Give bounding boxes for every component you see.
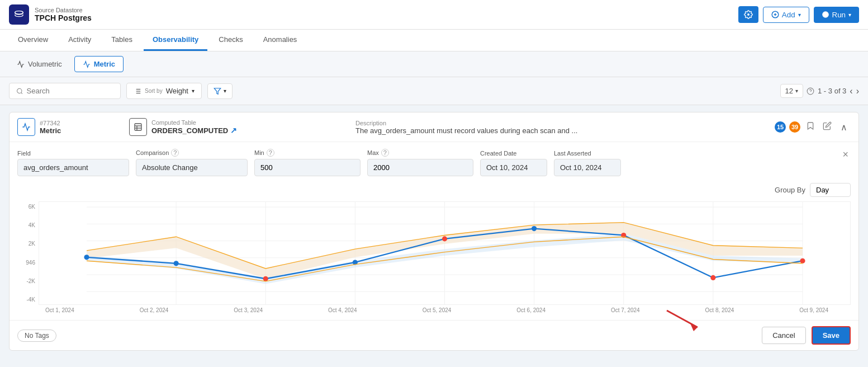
card-description: Description The avg_orders_amount must r… (355, 120, 775, 135)
run-chevron-icon: ▾ (848, 12, 851, 18)
field-label: Field (17, 150, 129, 157)
field-group: Field avg_orders_amount (17, 150, 129, 176)
tab-tables[interactable]: Tables (102, 30, 141, 51)
filter-icon (214, 87, 221, 95)
add-button[interactable]: Add ▾ (763, 7, 809, 23)
svg-point-39 (263, 276, 268, 281)
description-label: Description (355, 120, 775, 126)
max-label: Max ? (367, 149, 473, 157)
next-page-button[interactable]: › (856, 86, 859, 96)
subtab-metric[interactable]: Metric (74, 56, 124, 72)
computed-table-info: Computed Table ORDERS_COMPUTED ↗ (151, 119, 237, 135)
created-date-value: Oct 10, 2024 (480, 159, 547, 176)
search-box[interactable] (9, 83, 121, 99)
card-footer: No Tags Cancel Save (10, 320, 858, 350)
created-date-label: Created Date (480, 150, 547, 157)
tab-overview[interactable]: Overview (9, 30, 57, 51)
help-circle-icon (807, 87, 814, 95)
svg-marker-14 (214, 88, 221, 94)
sort-value: Weight (166, 87, 188, 95)
add-button-label: Add (782, 11, 795, 19)
nav-tabs: Overview Activity Tables Observability C… (0, 30, 868, 51)
computed-table-label: Computed Table (151, 119, 237, 126)
filter-chevron-icon: ▾ (224, 88, 226, 94)
header-right: Add ▾ Run ▾ (738, 6, 859, 23)
filter-button[interactable]: ▾ (207, 83, 233, 99)
x-axis-labels: Oct 1, 2024 Oct 2, 2024 Oct 3, 2024 Oct … (17, 305, 851, 313)
group-by-row: Group By Day Week Month (17, 183, 851, 197)
subtab-volumetric-label: Volumetric (28, 60, 62, 68)
min-label: Min ? (254, 149, 361, 157)
footer-actions: Cancel Save (756, 326, 851, 345)
bookmark-button[interactable] (804, 120, 817, 134)
y-label-2k: 2K (17, 241, 35, 247)
pagination-text: 1 - 3 of 3 (818, 87, 846, 95)
prev-page-button[interactable]: ‹ (850, 86, 852, 96)
last-asserted-value: Oct 10, 2024 (554, 159, 621, 176)
run-button[interactable]: Run ▾ (814, 7, 859, 23)
header-title: TPCH Postgres (35, 13, 92, 22)
min-input[interactable] (254, 159, 361, 176)
alert-badge-blue[interactable]: 15 (775, 121, 786, 133)
alert-badge-orange[interactable]: 39 (789, 121, 800, 133)
search-input[interactable] (27, 87, 113, 95)
x-label-oct9: Oct 9, 2024 (799, 307, 828, 313)
svg-point-6 (17, 88, 22, 93)
svg-point-41 (442, 236, 447, 241)
page-size-selector[interactable]: 12 ▾ (780, 84, 803, 98)
page-size-chevron-icon: ▾ (795, 88, 798, 94)
metric-type-label: Metric (40, 126, 61, 135)
svg-point-45 (800, 258, 805, 264)
y-axis: 6K 4K 2K 946 -2K -4K (17, 201, 39, 305)
save-button[interactable]: Save (812, 326, 851, 345)
y-label-4k: 4K (17, 222, 35, 228)
y-label-6k: 6K (17, 204, 35, 210)
subtab-volumetric[interactable]: Volumetric (9, 56, 70, 72)
tab-observability[interactable]: Observability (144, 30, 207, 51)
sort-button[interactable]: Sort by Weight ▾ (126, 83, 202, 99)
x-label-oct2: Oct 2, 2024 (140, 307, 169, 313)
cancel-button[interactable]: Cancel (762, 327, 805, 344)
toolbar-right: 12 ▾ 1 - 3 of 3 ‹ › (780, 84, 859, 98)
chart-container: 6K 4K 2K 946 -2K -4K (17, 201, 851, 313)
no-tags-button[interactable]: No Tags (17, 330, 56, 342)
card-metric-id: #77342 Metric (17, 118, 107, 136)
svg-point-42 (532, 226, 537, 231)
app-logo (9, 4, 29, 25)
tab-anomalies[interactable]: Anomalies (254, 30, 306, 51)
min-help-icon: ? (267, 149, 274, 157)
header-left: Source Datastore TPCH Postgres (9, 4, 92, 25)
svg-point-0 (15, 11, 23, 14)
x-label-oct4: Oct 4, 2024 (328, 307, 357, 313)
close-button[interactable]: × (840, 149, 851, 161)
tab-checks[interactable]: Checks (210, 30, 252, 51)
chart-svg (39, 201, 851, 305)
gear-button[interactable] (738, 6, 758, 23)
add-chevron-icon: ▾ (798, 12, 801, 18)
card-actions: 15 39 ∧ (775, 120, 851, 134)
y-label-neg4k: -4K (17, 297, 35, 303)
group-by-select[interactable]: Day Week Month (810, 183, 851, 197)
card-header-inner: #77342 Metric Computed Table ORDERS_COMP… (17, 118, 851, 136)
collapse-button[interactable]: ∧ (837, 121, 851, 134)
description-text: The avg_orders_amount must record values… (355, 126, 775, 135)
subtab-metric-label: Metric (94, 60, 115, 68)
min-group: Min ? (254, 149, 361, 176)
x-label-oct3: Oct 3, 2024 (234, 307, 263, 313)
last-asserted-group: Last Asserted Oct 10, 2024 (554, 150, 621, 176)
edit-button[interactable] (820, 120, 834, 134)
max-input[interactable] (367, 159, 473, 176)
card-computed-table: Computed Table ORDERS_COMPUTED ↗ (129, 118, 339, 136)
x-label-oct1: Oct 1, 2024 (45, 307, 74, 313)
header-title-group: Source Datastore TPCH Postgres (35, 7, 92, 22)
last-asserted-label: Last Asserted (554, 150, 621, 157)
svg-rect-17 (135, 124, 141, 130)
tab-activity[interactable]: Activity (59, 30, 100, 51)
chart-with-y-axis: 6K 4K 2K 946 -2K -4K (17, 201, 851, 305)
comparison-group: Comparison ? Absolute Change (136, 149, 248, 176)
max-help-icon: ? (381, 149, 389, 157)
external-link-icon[interactable]: ↗ (230, 126, 237, 135)
max-group: Max ? (367, 149, 473, 176)
sort-by-label: Sort by (145, 88, 163, 94)
metric-card: #77342 Metric Computed Table ORDERS_COMP… (9, 112, 859, 351)
